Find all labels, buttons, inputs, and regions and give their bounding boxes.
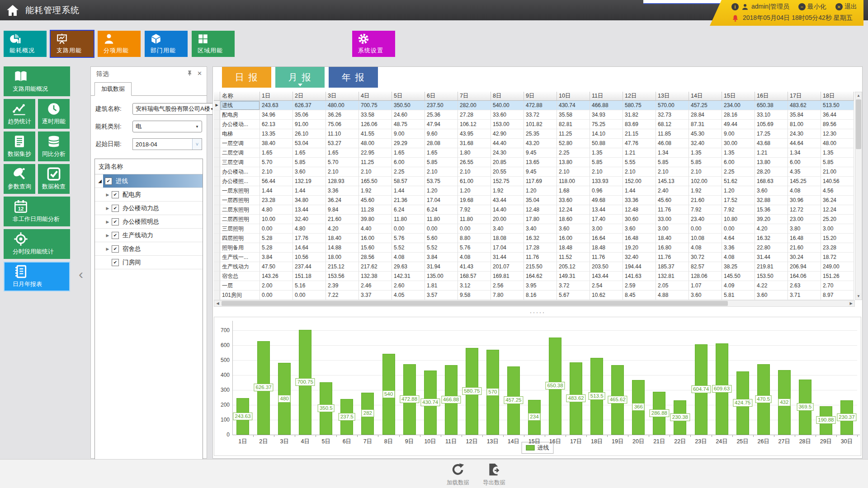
table-row[interactable]: 生产线动力47.50237.44215.12217.6229.6331.9441… (214, 262, 854, 272)
horizontal-scrollbar[interactable]: ◀ ▶ (214, 300, 855, 307)
bar-value-label: 282 (362, 409, 374, 417)
scroll-up-icon[interactable]: ▲ (855, 92, 862, 99)
tree-item-宿舍总[interactable]: ▶✔宿舍总 (95, 242, 203, 256)
table-row[interactable]: 生产线一...3.8410.5618.0028.564.083.844.0831… (214, 253, 854, 262)
tree-item-生产线动力[interactable]: ▶✔生产线动力 (95, 229, 203, 242)
exit-button[interactable]: ✕ 退出 (835, 3, 857, 11)
expander-icon[interactable]: ▶ (104, 206, 111, 211)
tree-item-进线[interactable]: ◢✔进线 (95, 174, 203, 188)
report-tab-月报[interactable]: 月 报 (275, 67, 325, 88)
field-起始日期-select[interactable]: 2018-04˅ (132, 138, 202, 150)
expander-icon[interactable]: ▶ (104, 247, 111, 251)
checkbox[interactable]: ✔ (105, 178, 112, 185)
minimize-button[interactable]: – 最小化 (798, 3, 826, 11)
checkbox[interactable]: ✔ (112, 232, 119, 239)
bar-value-label: 604.74 (691, 385, 711, 393)
filter-close-icon[interactable]: ✕ (197, 67, 202, 80)
table-row[interactable]: 配电房34.9635.0636.2633.5824.6025.3627.2833… (214, 110, 854, 120)
info-icon[interactable]: i (731, 3, 739, 10)
expander-icon[interactable]: ▶ (104, 192, 111, 197)
nav-tab-系统设置[interactable]: 系统设置 (352, 31, 395, 57)
tree-item-办公楼照明总[interactable]: ▶✔办公楼照明总 (95, 215, 203, 229)
cell-value: 3.00 (821, 224, 854, 234)
table-row[interactable]: 一层空调38.4053.0453.2748.0029.2928.0831.684… (214, 139, 854, 148)
vertical-scroll-thumb[interactable] (856, 99, 861, 149)
table-row[interactable]: 四层照明5.2817.7618.4016.005.765.608.8018.08… (214, 234, 854, 243)
scroll-left-icon[interactable]: ◀ (214, 300, 221, 306)
table-row[interactable]: 二层东照明4.8013.449.8411.286.246.247.9214.40… (214, 205, 854, 215)
table-row[interactable]: 101房间0.000.007.223.374.053.579.587.808.1… (214, 291, 854, 300)
cell-value: 2.56 (491, 281, 524, 291)
checkbox[interactable]: ✔ (112, 191, 119, 198)
pin-icon[interactable] (187, 67, 193, 80)
chevron-down-icon[interactable]: ˅ (192, 139, 202, 150)
cell-value: 237.50 (425, 101, 458, 110)
footer-button-导出数据[interactable]: 导出数据 (483, 463, 505, 487)
filter-field: 起始日期:2018-04˅ (95, 138, 202, 150)
report-tab-年报[interactable]: 年 报 (329, 67, 378, 88)
sidebar-item-支路用能概况[interactable]: 支路用能概况 (4, 66, 70, 96)
sidebar-item-分时段用能统计[interactable]: 分时段用能统计 (4, 229, 70, 259)
checkbox[interactable]: ✔ (112, 245, 119, 253)
table-row[interactable]: 宿舍总143.26151.18153.56132.38142.31135.001… (214, 272, 854, 281)
row-indicator (214, 110, 220, 120)
checkbox[interactable]: ✔ (112, 205, 119, 212)
table-row[interactable]: 二层西照明10.0032.4021.6039.8011.8011.8011.80… (214, 215, 854, 224)
table-row[interactable]: 办公楼动...62.1391.0075.06126.0648.7547.9410… (214, 120, 854, 129)
table-row[interactable]: 办公楼照...56.44132.19128.93165.5058.5753.75… (214, 177, 854, 186)
sidebar-item-数据检查[interactable]: 数据检查 (38, 164, 70, 194)
expander-icon[interactable]: ▶ (104, 233, 111, 238)
field-能耗类别-select[interactable]: 电▼ (132, 121, 202, 132)
x-tick-mark (836, 435, 837, 437)
nav-tab-支路用能[interactable]: 支路用能 (51, 31, 94, 57)
table-row[interactable]: 三层照明0.004.804.204.400.000.000.003.403.40… (214, 224, 854, 234)
tree-item-配电房[interactable]: ▶✔配电房 (95, 188, 203, 202)
cell-value: 16.32 (755, 234, 788, 243)
cell-value: 3.40 (524, 224, 557, 234)
cell-value: 145.13 (656, 177, 689, 186)
sidebar-item-日月年报表[interactable]: 日月年报表 (4, 262, 70, 291)
scroll-right-icon[interactable]: ▶ (848, 300, 854, 306)
table-row[interactable]: 一层西照明23.2834.8036.2445.6021.3617.0419.68… (214, 196, 854, 205)
sidebar-item-数据集抄[interactable]: 数据集抄 (4, 131, 35, 161)
table-row[interactable]: 一层东照明1.441.443.361.921.441.201.201.921.2… (214, 186, 854, 196)
expander-icon[interactable]: ▶ (104, 220, 111, 224)
horizontal-scroll-thumb[interactable] (222, 301, 728, 306)
nav-tab-区域用能[interactable]: 区域用能 (192, 31, 235, 57)
main-panel: 日 报月 报年 报 名称1日2日3日4日5日6日7日8日9日10日11日12日1… (212, 66, 863, 459)
tree-item-办公楼动力总[interactable]: ▶✔办公楼动力总 (95, 202, 203, 215)
table-row[interactable]: 电梯13.3526.1011.1041.559.009.6043.9542.90… (214, 129, 854, 139)
field-建筑名称-select[interactable]: 安科瑞电气股份有限公司A楼▼ (132, 103, 217, 115)
cell-value: 249.00 (821, 262, 854, 272)
cell-value: 82.57 (689, 262, 722, 272)
vertical-scrollbar[interactable]: ▲ ▼ (855, 92, 862, 300)
cell-value: 21.15 (623, 129, 656, 139)
bar-value-label: 286.88 (650, 409, 669, 417)
report-tab-日报[interactable]: 日 报 (222, 67, 271, 88)
footer-button-加载数据[interactable]: 加载数据 (447, 463, 469, 487)
nav-tab-能耗概况[interactable]: 能耗概况 (4, 31, 47, 57)
table-row[interactable]: 三层空调5.705.855.7011.256.005.8526.5520.851… (214, 158, 854, 167)
nav-tab-分项用能[interactable]: 分项用能 (98, 31, 141, 57)
checkbox[interactable]: ✔ (112, 218, 119, 225)
sidebar-item-趋势统计[interactable]: 趋势统计 (4, 99, 35, 129)
tab-load-data[interactable]: 加载数据 (94, 82, 132, 96)
table-row[interactable]: 照明备用5.2814.6414.8815.605.525.525.7617.04… (214, 243, 854, 253)
checkbox[interactable]: ✔ (112, 259, 119, 266)
nav-tab-部门用能[interactable]: 部门用能 (145, 31, 188, 57)
sidebar-item-同比分析[interactable]: 同比分析 (38, 131, 70, 161)
sidebar-item-非工作日用能分析[interactable]: 12非工作日用能分析 (4, 197, 70, 226)
home-button[interactable] (5, 3, 20, 18)
table-row[interactable]: 一层2.005.162.392.462.601.813.122.563.953.… (214, 281, 854, 291)
collapse-arrow[interactable]: ‹ (76, 267, 86, 282)
cell-value: 1.65 (293, 148, 326, 158)
table-row[interactable]: 二层空调1.651.651.6522.951.651.651.8024.309.… (214, 148, 854, 158)
tree-item-门房间[interactable]: ✔门房间 (95, 256, 203, 269)
splitter-handle[interactable]: ····· (213, 309, 862, 315)
sidebar-item-参数查询[interactable]: 参数查询 (4, 164, 35, 194)
expander-icon[interactable]: ◢ (97, 178, 103, 183)
sidebar-item-逐时用能[interactable]: 逐时用能 (38, 99, 70, 129)
table-row[interactable]: ▶进线243.63626.37480.00700.75350.50237.502… (214, 101, 854, 110)
scroll-down-icon[interactable]: ▼ (855, 293, 862, 300)
table-row[interactable]: 办公楼动...2.103.602.102.102.252.102.1020.55… (214, 167, 854, 177)
